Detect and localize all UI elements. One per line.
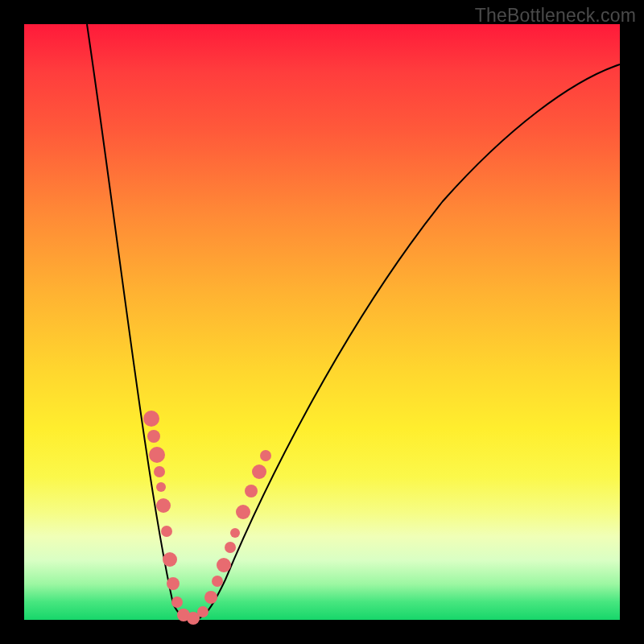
marker-point (156, 482, 166, 492)
marker-point (161, 526, 172, 537)
watermark-text: TheBottleneck.com (475, 5, 636, 27)
marker-point (167, 577, 180, 590)
marker-point (230, 528, 240, 538)
marker-point (212, 576, 223, 587)
marker-point (156, 498, 171, 513)
chart-frame: TheBottleneck.com (0, 0, 644, 644)
marker-point (171, 597, 183, 608)
marker-point (147, 430, 160, 443)
marker-point (245, 485, 258, 497)
marker-point (149, 447, 165, 463)
marker-point (197, 606, 208, 617)
marker-point (204, 591, 217, 604)
marker-point (217, 558, 231, 572)
marker-point (154, 466, 165, 477)
marker-point (236, 505, 250, 519)
marker-point (143, 411, 159, 427)
marker-point (163, 552, 177, 567)
marker-point (260, 450, 271, 461)
plot-area (24, 24, 620, 620)
marker-point (225, 542, 236, 553)
marker-point (252, 464, 266, 479)
curve-svg (24, 24, 620, 620)
